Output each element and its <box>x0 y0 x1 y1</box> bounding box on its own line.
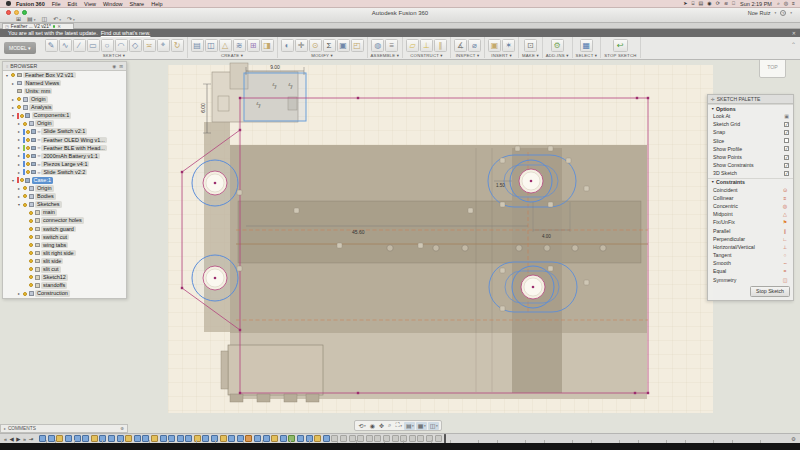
constraint-perpendicular[interactable]: Perpendicular∟ <box>708 235 793 243</box>
create-sketch-icon[interactable]: ✎ <box>45 39 58 52</box>
display-settings-icon[interactable]: ▤▾ <box>404 422 415 430</box>
checkbox[interactable]: ✓ <box>784 130 789 135</box>
circle-icon[interactable]: ○ <box>101 39 114 52</box>
eye-icon[interactable]: ◉ <box>707 0 711 7</box>
visibility-bulb-icon[interactable] <box>26 130 30 134</box>
menu-item-share[interactable]: Share <box>129 1 144 7</box>
toolbar-group-label[interactable]: MAKE ▾ <box>522 53 539 58</box>
display-icon[interactable]: ▤ <box>699 0 704 7</box>
keyboard-icon[interactable]: ⌸ <box>692 0 695 7</box>
visibility-bulb-icon[interactable] <box>29 211 33 215</box>
toolbar-group-label[interactable]: INSPECT ▾ <box>456 53 480 58</box>
comments-bar[interactable]: ▸ COMMENTS ⊕ <box>0 424 128 433</box>
plane-offset-icon[interactable]: ▱ <box>406 39 419 52</box>
tree-row[interactable]: ▸Bodies <box>3 192 126 200</box>
visibility-bulb-icon[interactable] <box>29 267 33 271</box>
constraint-collinear[interactable]: Collinear≡ <box>708 194 793 202</box>
tree-row[interactable]: main <box>3 209 126 217</box>
menu-item-file[interactable]: File <box>52 1 61 7</box>
3d-print-icon[interactable]: ⊡ <box>524 39 537 52</box>
selection-box[interactable] <box>244 73 306 121</box>
extrude-icon[interactable]: ▤ <box>191 39 204 52</box>
loft-icon[interactable]: △ <box>219 39 232 52</box>
tree-row[interactable]: standoffs <box>3 281 126 289</box>
toolbar-collapse-icon[interactable]: ⌃ <box>791 41 796 48</box>
tree-row[interactable]: ▾Sketches <box>3 201 126 209</box>
wifi-icon[interactable]: ≋ <box>724 0 728 7</box>
box-icon[interactable]: ◨ <box>261 39 274 52</box>
visibility-bulb-icon[interactable] <box>11 73 15 77</box>
constraint-midpoint[interactable]: Midpoint△ <box>708 210 793 218</box>
visibility-bulb-icon[interactable] <box>26 170 30 174</box>
constraint-horizontal-vertical[interactable]: Horizontal/Vertical⊥ <box>708 243 793 251</box>
palette-grip-icon[interactable]: ✛ <box>711 97 715 102</box>
visibility-bulb-icon[interactable] <box>17 105 21 109</box>
new-component-icon[interactable]: ◍ <box>371 39 384 52</box>
stop-sketch-button[interactable]: Stop Sketch <box>750 286 790 297</box>
orbit-icon[interactable]: ⟲▾ <box>357 422 367 430</box>
checkbox[interactable]: ✓ <box>784 146 789 151</box>
tree-row[interactable]: ▸∞Slide Switch v2:1 <box>3 128 126 136</box>
insert-mesh-icon[interactable]: ▣ <box>488 39 501 52</box>
constraint-parallel[interactable]: Parallel∥ <box>708 226 793 234</box>
apple-menu-icon[interactable] <box>6 1 11 6</box>
move-icon[interactable]: ✛ <box>295 39 308 52</box>
checkbox[interactable]: ✓ <box>784 122 789 127</box>
tree-row[interactable]: slit cut <box>3 265 126 273</box>
viewport-canvas[interactable]: ϟ ϟ ϟ <box>0 60 800 433</box>
checkbox[interactable]: ✓ <box>784 155 789 160</box>
toolbar-group-label[interactable]: MODIFY ▾ <box>311 53 333 58</box>
tree-row[interactable]: ▸Analysis <box>3 103 126 111</box>
notification-close-icon[interactable]: ✕ <box>792 30 796 36</box>
tree-row[interactable]: ▸∞Slide Switch v2:2 <box>3 168 126 176</box>
visibility-bulb-icon[interactable] <box>23 122 27 126</box>
checkbox[interactable] <box>784 138 789 143</box>
visibility-bulb-icon[interactable] <box>26 162 30 166</box>
revolve-icon[interactable]: ◫ <box>205 39 218 52</box>
workspace-switcher-button[interactable]: MODEL ▾ <box>4 42 36 54</box>
visibility-bulb-icon[interactable] <box>29 219 33 223</box>
viewports-icon[interactable]: ◫▾ <box>428 422 439 430</box>
tree-row[interactable]: ▸Origin <box>3 95 126 103</box>
tree-row[interactable]: ▾Feather Box V2 v21 <box>3 71 126 79</box>
save-icon[interactable]: ◫ <box>41 15 47 22</box>
grid-layout-icon[interactable]: ▦▾ <box>416 422 427 430</box>
app-grid-icon[interactable]: ⊞ <box>16 15 21 22</box>
visibility-bulb-icon[interactable] <box>29 259 33 263</box>
tree-row[interactable]: wing tabs <box>3 241 126 249</box>
toolbar-group-label[interactable]: ADD-INS ▾ <box>546 53 569 58</box>
tree-row[interactable]: slit right side <box>3 249 126 257</box>
zoom-icon[interactable]: ⌕ <box>387 422 393 430</box>
constraint-fix-unfix[interactable]: Fix/UnFix⚑ <box>708 218 793 226</box>
visibility-bulb-icon[interactable] <box>26 154 30 158</box>
visibility-bulb-icon[interactable] <box>29 251 33 255</box>
timeline-ruler[interactable] <box>46 440 770 443</box>
checkbox[interactable]: ✓ <box>784 163 789 168</box>
cursor-icon[interactable]: ➤ <box>683 0 687 7</box>
visibility-bulb-icon[interactable] <box>26 138 30 142</box>
control-center-icon[interactable]: ≡ <box>792 0 795 7</box>
spline-icon[interactable]: ∿ <box>59 39 72 52</box>
constraint-smooth[interactable]: Smooth∼ <box>708 259 793 267</box>
plane-angle-icon[interactable]: ∥ <box>434 39 447 52</box>
visibility-bulb-icon[interactable] <box>29 283 33 287</box>
fit-icon[interactable]: ⛶▾ <box>394 422 403 430</box>
visibility-bulb-icon[interactable] <box>29 235 33 239</box>
visibility-bulb-icon[interactable] <box>23 292 27 296</box>
scripts-icon[interactable]: ⚙ <box>551 39 564 52</box>
constraint-coincident[interactable]: Coincident⊙ <box>708 186 793 194</box>
rectangle-icon[interactable]: ▭ <box>87 39 100 52</box>
airplay-icon[interactable]: ⌺ <box>732 0 735 7</box>
undo-icon[interactable]: ↶▾ <box>53 15 61 22</box>
joint-icon[interactable]: ≡ <box>385 39 398 52</box>
toolbar-group-label[interactable]: CREATE ▾ <box>221 53 243 58</box>
tree-row[interactable]: ▾Case:1 <box>3 176 126 184</box>
decal-icon[interactable]: ✶ <box>502 39 515 52</box>
constraint-symmetry[interactable]: Symmetry◫ <box>708 276 793 284</box>
toolbar-group-label[interactable]: INSERT ▾ <box>491 53 512 58</box>
browser-pin-icon[interactable]: ⊞ <box>119 64 123 69</box>
timeline-settings-icon[interactable]: ⚙ <box>791 436 796 442</box>
toolbar-group-label[interactable]: SELECT ▾ <box>576 53 598 58</box>
palette-constraints-header[interactable]: ▼ Constraints <box>708 178 793 186</box>
menu-app-name[interactable]: Fusion 360 <box>16 1 45 7</box>
